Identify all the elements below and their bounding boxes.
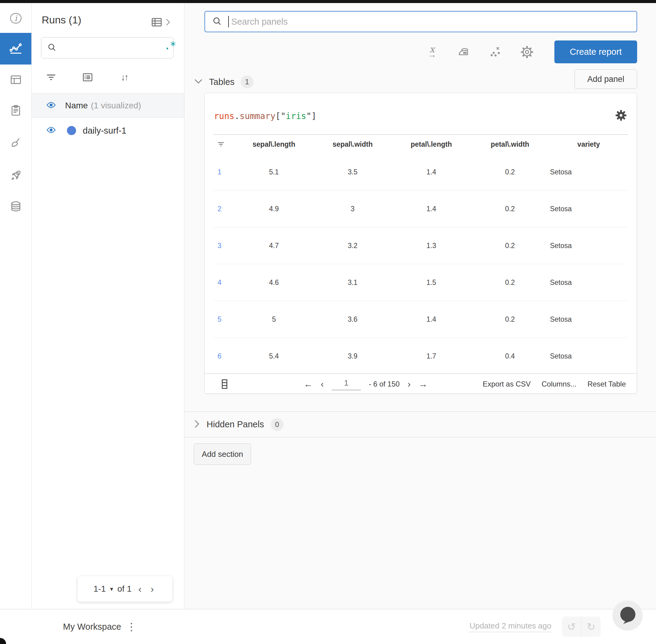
broom-icon bbox=[9, 136, 23, 150]
row-index-link[interactable]: 1 bbox=[213, 168, 235, 176]
undo-icon[interactable]: ↺ bbox=[562, 617, 582, 637]
runs-name-header-row[interactable]: Name (1 visualized) bbox=[32, 93, 184, 118]
hidden-panels-label: Hidden Panels bbox=[207, 419, 264, 430]
nav-overview-button[interactable]: i bbox=[0, 3, 31, 33]
chat-support-button[interactable] bbox=[612, 600, 643, 631]
row-index-link[interactable]: 5 bbox=[213, 315, 235, 323]
last-page-icon[interactable]: → bbox=[418, 379, 427, 389]
table-cell: 0.2 bbox=[471, 315, 549, 323]
nav-panels-button[interactable] bbox=[0, 65, 31, 95]
search-icon bbox=[211, 15, 223, 28]
prev-page-icon[interactable]: ‹ bbox=[321, 379, 324, 389]
runs-title: Runs (1) bbox=[42, 14, 81, 26]
column-view-icon[interactable] bbox=[220, 379, 229, 390]
table-footer: ← ‹ - 6 of 150 › → Export as CSV Columns… bbox=[205, 373, 636, 394]
runs-pagination: 1-1 ▾ of 1 ‹ › bbox=[77, 576, 172, 602]
chevron-down-icon[interactable] bbox=[194, 78, 203, 86]
tables-count-badge: 1 bbox=[241, 75, 254, 88]
run-color-dot bbox=[67, 126, 76, 135]
runs-table-icon bbox=[150, 16, 163, 30]
undo-redo-group: ↺ ↻ bbox=[562, 617, 601, 637]
clipboard-icon bbox=[9, 104, 23, 117]
run-name: daily-surf-1 bbox=[83, 126, 126, 136]
panel-settings-gear-icon[interactable] bbox=[615, 109, 627, 123]
expand-runs-table-button[interactable] bbox=[150, 16, 171, 30]
group-list-icon[interactable] bbox=[80, 71, 95, 84]
table-cell: 0.2 bbox=[471, 168, 549, 176]
columns-button[interactable]: Columns... bbox=[542, 380, 577, 388]
row-index-link[interactable]: 6 bbox=[213, 352, 235, 360]
row-index-link[interactable]: 2 bbox=[213, 205, 235, 213]
name-column-label: Name bbox=[65, 101, 88, 111]
table-row: 4 4.6 3.1 1.5 0.2 Setosa bbox=[213, 264, 628, 301]
eye-icon[interactable] bbox=[45, 125, 57, 136]
chevron-right-icon[interactable] bbox=[194, 419, 200, 430]
smoothing-iron-icon[interactable] bbox=[456, 43, 472, 61]
table-filter-icon[interactable] bbox=[213, 140, 235, 149]
next-page-icon[interactable]: › bbox=[407, 379, 411, 389]
page-number-input[interactable] bbox=[332, 378, 361, 390]
table-cell: 5.4 bbox=[235, 352, 313, 360]
nav-launch-button[interactable] bbox=[0, 160, 31, 191]
hidden-panels-section[interactable]: Hidden Panels 0 bbox=[184, 412, 656, 437]
table-cell: 3.1 bbox=[313, 278, 392, 287]
hidden-panels-count-badge: 0 bbox=[271, 418, 284, 431]
page-total: of 1 bbox=[117, 584, 132, 594]
nav-artifacts-button[interactable] bbox=[0, 191, 31, 222]
table-cell: 0.2 bbox=[471, 242, 549, 250]
nav-sweeps-button[interactable] bbox=[0, 128, 31, 158]
svg-text:i: i bbox=[14, 14, 17, 23]
add-panel-button[interactable]: Add panel bbox=[575, 69, 637, 89]
panel-expression: runs.summary["iris"] bbox=[214, 111, 317, 121]
column-header[interactable]: petal\.length bbox=[392, 140, 471, 148]
settings-gear-icon[interactable] bbox=[519, 43, 535, 61]
workspace-main: x → bbox=[184, 3, 656, 609]
table-cell: 5 bbox=[235, 315, 313, 323]
table-header-row: sepal\.length sepal\.width petal\.length… bbox=[213, 135, 628, 154]
regex-toggle-icon[interactable]: .* bbox=[164, 43, 175, 53]
row-index-link[interactable]: 4 bbox=[213, 278, 235, 287]
caret-down-icon[interactable]: ▾ bbox=[110, 585, 113, 593]
first-page-icon[interactable]: ← bbox=[304, 379, 313, 389]
runs-search-input[interactable] bbox=[61, 43, 164, 53]
table-cell: 3.9 bbox=[313, 352, 392, 360]
search-panels-input[interactable] bbox=[231, 17, 630, 27]
table-cell: 1.7 bbox=[392, 352, 471, 360]
prev-page-icon[interactable]: ‹ bbox=[136, 583, 144, 595]
sort-icon[interactable]: ↓↑ bbox=[117, 71, 132, 84]
nav-charts-button[interactable] bbox=[0, 33, 31, 65]
column-header[interactable]: sepal\.width bbox=[313, 140, 392, 148]
next-page-icon[interactable]: › bbox=[148, 583, 157, 595]
row-index-link[interactable]: 3 bbox=[213, 242, 235, 250]
add-section-button[interactable]: Add section bbox=[194, 443, 251, 465]
table-pagination: ← ‹ - 6 of 150 › → bbox=[304, 374, 427, 394]
table-row: 1 5.1 3.5 1.4 0.2 Setosa bbox=[213, 154, 628, 190]
column-header[interactable]: petal\.width bbox=[471, 140, 549, 148]
export-csv-button[interactable]: Export as CSV bbox=[483, 380, 531, 388]
search-icon bbox=[46, 42, 57, 54]
column-header[interactable]: variety bbox=[549, 140, 628, 148]
outliers-icon[interactable] bbox=[488, 43, 503, 61]
filter-icon[interactable] bbox=[44, 71, 58, 84]
runs-sidebar: Runs (1) bbox=[32, 3, 184, 609]
column-header[interactable]: sepal\.length bbox=[235, 140, 313, 148]
nav-notes-button[interactable] bbox=[0, 95, 31, 126]
status-bar: My Workspace ⋮ Updated 2 minutes ago ↺ ↻ bbox=[0, 609, 656, 644]
table-cell: 3 bbox=[313, 205, 392, 213]
tables-section-header: Tables 1 bbox=[194, 75, 254, 88]
runs-search-box: .* bbox=[41, 37, 173, 59]
eye-icon[interactable] bbox=[45, 100, 57, 111]
table-cell: 0.4 bbox=[471, 352, 549, 360]
x-axis-settings-icon[interactable]: x → bbox=[424, 43, 440, 61]
redo-icon[interactable]: ↻ bbox=[582, 617, 601, 637]
layout-grid-icon bbox=[9, 73, 23, 87]
table-cell: 5.1 bbox=[235, 168, 313, 176]
page-range[interactable]: 1-1 bbox=[93, 584, 106, 594]
kebab-menu-icon[interactable]: ⋮ bbox=[126, 621, 137, 633]
create-report-button[interactable]: Create report bbox=[554, 41, 637, 63]
table-footer-actions: Export as CSV Columns... Reset Table bbox=[483, 374, 626, 394]
table-row: 3 4.7 3.2 1.3 0.2 Setosa bbox=[213, 227, 628, 264]
reset-table-button[interactable]: Reset Table bbox=[588, 380, 626, 388]
run-row[interactable]: daily-surf-1 bbox=[32, 118, 184, 143]
table-body: 1 5.1 3.5 1.4 0.2 Setosa 2 4.9 3 1.4 0.2… bbox=[213, 154, 628, 374]
